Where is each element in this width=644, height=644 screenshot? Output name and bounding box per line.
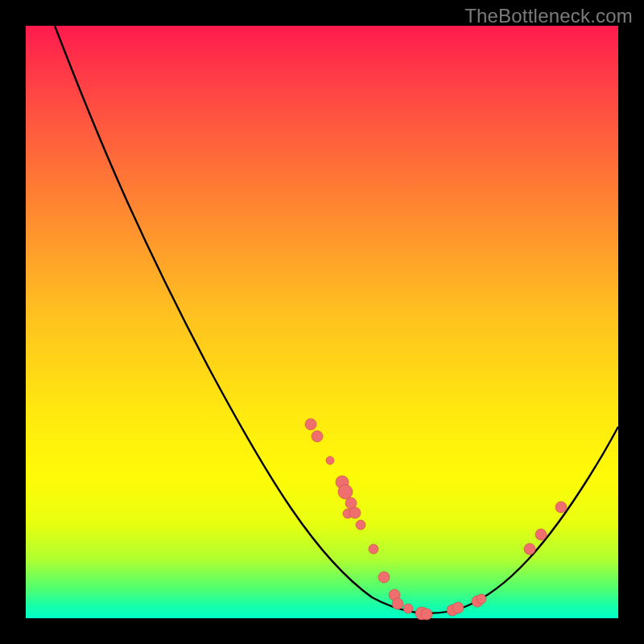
chart-dot (356, 520, 365, 530)
chart-curve (55, 26, 618, 613)
chart-svg (26, 26, 618, 618)
chart-dot (452, 602, 464, 613)
chart-dot (349, 507, 361, 518)
chart-dots-group (305, 419, 567, 620)
chart-dot (312, 431, 323, 442)
watermark-text: TheBottleneck.com (464, 5, 633, 27)
chart-dot (421, 609, 432, 620)
chart-dot (369, 544, 378, 554)
chart-dot (555, 502, 567, 513)
chart-dot (338, 485, 353, 499)
chart-dot (305, 419, 316, 430)
chart-plot-area (26, 26, 618, 618)
chart-dot (392, 598, 403, 609)
chart-dot (524, 543, 535, 555)
chart-dot (535, 529, 547, 540)
chart-dot (378, 572, 390, 583)
chart-dot (326, 456, 334, 464)
chart-dot (403, 604, 413, 613)
chart-dot (477, 594, 486, 604)
